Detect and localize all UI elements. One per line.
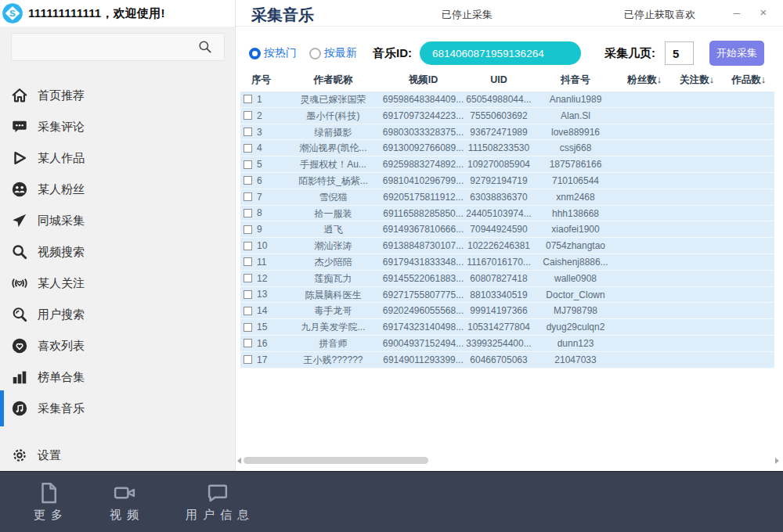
table-cell: 710106544: [533, 173, 618, 189]
sidebar-item-comments[interactable]: 采集评论: [0, 111, 235, 142]
bottombar-item-more[interactable]: 更多: [28, 481, 68, 523]
table-cell: 雪倪猫: [284, 189, 382, 205]
table-cell: 69004937152494...: [382, 336, 464, 351]
search-input[interactable]: [12, 34, 197, 60]
table-row[interactable]: 15九月美发学院...69174323140498...105314277804…: [240, 319, 774, 336]
row-checkbox[interactable]: [244, 144, 252, 153]
scroll-right-arrow-icon[interactable]: [775, 458, 779, 464]
table-body: 1灵魂已嫁张国荣69598648384409...65054988044...A…: [240, 92, 774, 368]
row-checkbox[interactable]: [244, 290, 252, 299]
bottombar-item-user-info[interactable]: 用户信息: [180, 481, 254, 523]
table-cell: 99914197366: [464, 303, 533, 318]
table-row[interactable]: 5手握权杖！Au...69259883274892...109270085904…: [240, 156, 774, 173]
sidebar-item-rankings[interactable]: 榜单合集: [0, 361, 235, 393]
radio-by-hot-label[interactable]: 按热门: [264, 46, 297, 60]
table-row[interactable]: 9逍飞69149367810666...70944924590xiaofei19…: [240, 221, 774, 238]
table-cell: [723, 271, 774, 286]
start-collect-button[interactable]: 开始采集: [709, 41, 764, 66]
sidebar-item-home[interactable]: 首页推荐: [0, 80, 235, 111]
row-checkbox[interactable]: [244, 274, 252, 282]
row-checkbox[interactable]: [244, 242, 252, 250]
sidebar-item-likes[interactable]: 喜欢列表: [0, 330, 235, 361]
table-cell: 莲痴瓦力: [284, 271, 382, 286]
row-checkbox[interactable]: [244, 128, 252, 136]
table-cell: 69174323140498...: [382, 319, 464, 335]
sidebar-item-fans[interactable]: 某人粉丝: [0, 174, 235, 205]
row-seq: 12: [257, 271, 267, 286]
row-checkbox[interactable]: [244, 307, 252, 315]
radio-by-hot[interactable]: [249, 48, 261, 59]
table-cell: 潮汕视界(凯伦...: [284, 140, 382, 156]
row-seq: 9: [257, 221, 262, 237]
table-cell: [671, 156, 723, 172]
table-cell: walle0908: [533, 271, 618, 286]
radio-by-new-label[interactable]: 按最新: [324, 46, 357, 60]
radio-by-new[interactable]: [309, 48, 321, 59]
table-row[interactable]: 8拾一服装69116588285850...24405103974...hhh1…: [240, 206, 774, 222]
row-checkbox[interactable]: [244, 192, 252, 201]
table-header-7[interactable]: 作品数↓: [723, 70, 774, 89]
table-cell: 102226246381: [464, 238, 533, 253]
sidebar-item-city[interactable]: 同城采集: [0, 205, 235, 236]
row-checkbox[interactable]: [244, 355, 252, 364]
bottombar-item-video[interactable]: 视频: [104, 481, 144, 523]
table-header-6[interactable]: 关注数↓: [671, 70, 723, 89]
row-checkbox[interactable]: [244, 225, 252, 234]
row-checkbox[interactable]: [244, 323, 252, 332]
table-row[interactable]: 4潮汕视界(凯伦...69130092766089...111508233530…: [240, 140, 774, 156]
sidebar-item-user-search[interactable]: 用户搜索: [0, 299, 235, 330]
table-cell: [671, 254, 723, 270]
row-seq-cell: 1: [240, 92, 284, 107]
table-row[interactable]: 1灵魂已嫁张国荣69598648384409...65054988044...A…: [240, 92, 774, 108]
table-cell: 潮汕张涛: [284, 238, 382, 253]
table-cell: love889916: [533, 124, 618, 140]
row-seq: 10: [257, 238, 267, 253]
file-icon: [37, 481, 60, 505]
sidebar-item-label: 用户搜索: [38, 307, 85, 322]
pages-label: 采集几页:: [604, 46, 655, 61]
row-checkbox[interactable]: [244, 95, 252, 103]
row-checkbox[interactable]: [244, 176, 252, 185]
table-cell: 105314277804: [464, 319, 533, 335]
scroll-left-arrow-icon[interactable]: [237, 458, 241, 464]
row-checkbox[interactable]: [244, 257, 252, 266]
sidebar-item-music[interactable]: 采集音乐: [0, 393, 235, 424]
sidebar-item-follows[interactable]: 某人关注: [0, 268, 235, 299]
row-checkbox[interactable]: [244, 339, 252, 347]
row-checkbox[interactable]: [244, 209, 252, 217]
scrollbar-thumb[interactable]: [244, 457, 428, 464]
table-row[interactable]: 7雪倪猫69205175811912...63038836370xnm2468: [240, 189, 774, 206]
titlebar: S 111111111111，欢迎使用!: [0, 0, 235, 27]
table-row[interactable]: 13陈晨脑科医生69271755807775...88103340519Doct…: [240, 287, 774, 304]
table-row[interactable]: 3绿箭摄影69803033328375...93672471989love889…: [240, 124, 774, 141]
table-cell: [618, 173, 671, 189]
table-row[interactable]: 6陌影特技_杨紫...69810410296799...927921947197…: [240, 173, 774, 189]
music-id-input[interactable]: [420, 41, 581, 65]
row-checkbox[interactable]: [244, 160, 252, 169]
row-checkbox[interactable]: [244, 111, 252, 120]
table-cell: [671, 140, 723, 156]
sidebar-item-works[interactable]: 某人作品: [0, 142, 235, 174]
table-row[interactable]: 2墨小仟(科技)69170973244223...75550603692Alan…: [240, 108, 774, 124]
minimize-button[interactable]: –: [728, 4, 745, 21]
table-row[interactable]: 14毒手龙哥69202496055568...99914197366MJ7987…: [240, 303, 774, 319]
row-seq: 1: [257, 92, 262, 107]
gear-icon: [11, 447, 28, 464]
search-icon[interactable]: [197, 39, 213, 55]
sidebar-item-settings[interactable]: 设置: [0, 440, 235, 471]
pages-input[interactable]: [665, 41, 694, 65]
table-cell: 69179431833348...: [382, 254, 464, 270]
table-header-5[interactable]: 粉丝数↓: [618, 70, 671, 89]
table-cell: [618, 238, 671, 253]
table-row[interactable]: 17王小贱??????69149011293399...604667050632…: [240, 352, 774, 368]
table-row[interactable]: 12莲痴瓦力69145522061883...60807827418walle0…: [240, 271, 774, 287]
table-row[interactable]: 16拼音师69004937152494...33993254400...dunn…: [240, 336, 774, 352]
table-row[interactable]: 10潮汕张涛69138848730107...1022262463810754z…: [240, 238, 774, 254]
table-cell: dunn123: [533, 336, 618, 351]
table-cell: 69205175811912...: [382, 189, 464, 205]
sidebar-item-video-search[interactable]: 视频搜索: [0, 236, 235, 268]
close-button[interactable]: ×: [755, 4, 772, 21]
table-cell: 陈晨脑科医生: [284, 287, 382, 303]
table-row[interactable]: 11杰少陪陪69179431833348...11167016170...Cai…: [240, 254, 774, 271]
table-cell: 0754zhangtao: [533, 238, 618, 253]
